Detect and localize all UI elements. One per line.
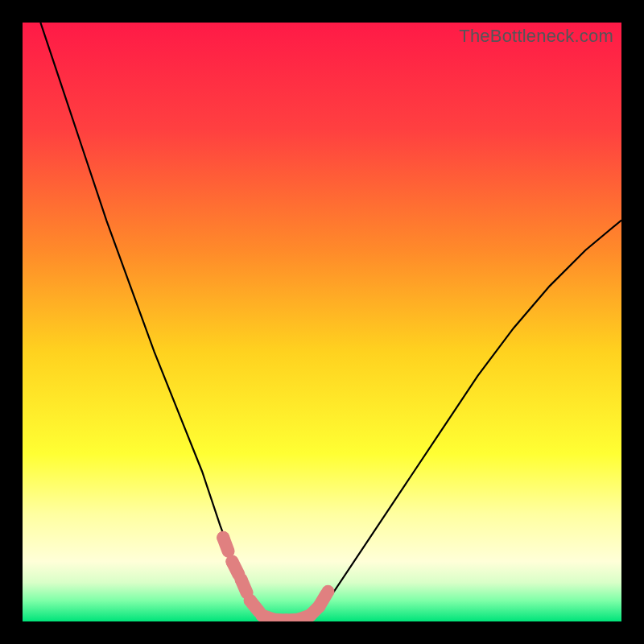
plot-area: TheBottleneck.com [23, 23, 621, 621]
watermark-text: TheBottleneck.com [459, 26, 613, 47]
chart-root: TheBottleneck.com [0, 0, 644, 644]
svg-rect-0 [23, 23, 621, 621]
heat-gradient-background [23, 23, 621, 621]
